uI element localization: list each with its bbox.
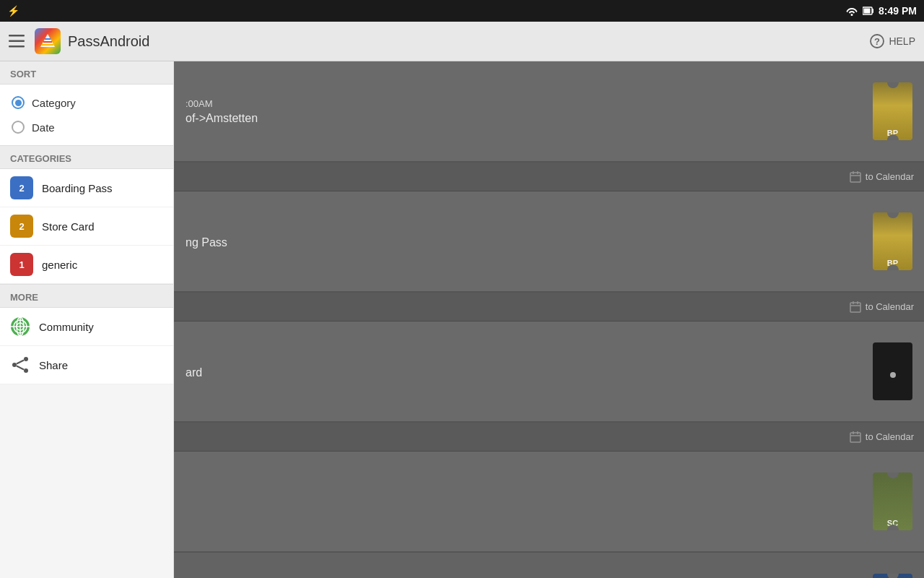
svg-rect-27 bbox=[850, 303, 860, 312]
svg-point-20 bbox=[12, 363, 17, 367]
generic-label: generic bbox=[42, 259, 77, 271]
pass-4-notch-top bbox=[887, 473, 899, 478]
svg-rect-1 bbox=[872, 9, 873, 13]
svg-rect-7 bbox=[45, 38, 51, 40]
radio-category-fill bbox=[15, 100, 22, 106]
pass-4-thumb: SC bbox=[873, 473, 912, 530]
boarding-pass-label: Boarding Pass bbox=[42, 182, 113, 194]
pass-3-dot bbox=[890, 372, 896, 378]
help-label: HELP bbox=[889, 35, 915, 47]
svg-rect-2 bbox=[864, 9, 871, 14]
store-card-badge: 2 bbox=[10, 215, 33, 238]
pass-1-time: :00AM bbox=[186, 98, 866, 109]
top-bar: PassAndroid ? HELP bbox=[0, 22, 924, 61]
menu-icon[interactable] bbox=[9, 35, 25, 48]
to-calendar-3[interactable]: to Calendar bbox=[850, 431, 914, 443]
sort-date-label: Date bbox=[32, 121, 55, 134]
pass-2-route: ng Pass bbox=[186, 236, 866, 249]
pass-1-thumb: BP bbox=[873, 82, 912, 140]
boarding-pass-count: 2 bbox=[19, 183, 24, 194]
more-header: MORE bbox=[0, 285, 173, 308]
category-boarding-pass[interactable]: 2 Boarding Pass bbox=[0, 169, 173, 207]
boarding-pass-badge: 2 bbox=[10, 176, 33, 199]
pass-2-text: ng Pass bbox=[186, 233, 873, 249]
help-icon: ? bbox=[870, 34, 884, 48]
more-section: Community Share bbox=[0, 308, 173, 384]
content-area: ▲ ▼ :00AM of->Amstetten BP bbox=[174, 61, 924, 578]
svg-line-21 bbox=[17, 361, 24, 364]
svg-rect-3 bbox=[9, 35, 25, 37]
to-calendar-2[interactable]: to Calendar bbox=[850, 301, 914, 313]
calendar-icon-3 bbox=[850, 431, 861, 443]
status-right: 8:49 PM bbox=[845, 5, 917, 17]
status-time: 8:49 PM bbox=[879, 5, 917, 17]
status-left: ⚡ bbox=[7, 5, 19, 17]
pass-item-1[interactable]: :00AM of->Amstetten BP bbox=[174, 61, 924, 163]
to-calendar-row-3: to Calendar bbox=[174, 423, 924, 452]
svg-rect-31 bbox=[850, 433, 860, 442]
sort-category[interactable]: Category bbox=[0, 90, 173, 115]
generic-count: 1 bbox=[19, 259, 24, 270]
calendar-icon-2 bbox=[850, 301, 861, 313]
svg-point-18 bbox=[24, 357, 28, 361]
sort-date[interactable]: Date bbox=[0, 115, 173, 139]
svg-rect-9 bbox=[42, 44, 53, 46]
pass-item-5[interactable]: SC bbox=[174, 553, 924, 578]
pass-item-4[interactable]: SC bbox=[174, 452, 924, 553]
sort-header: SORT bbox=[0, 61, 173, 85]
pass-1-text: :00AM of->Amstetten bbox=[186, 98, 873, 125]
pass-3-thumb bbox=[873, 342, 912, 400]
to-calendar-1[interactable]: to Calendar bbox=[850, 171, 914, 183]
pass-1-notch-top bbox=[887, 82, 899, 88]
sidebar: SORT Category Date CATEGORIES 2 Boarding… bbox=[0, 61, 174, 578]
community-icon bbox=[10, 316, 30, 337]
to-calendar-label-1: to Calendar bbox=[866, 171, 914, 182]
main-layout: SORT Category Date CATEGORIES 2 Boarding… bbox=[0, 61, 924, 578]
share-label: Share bbox=[39, 359, 68, 371]
svg-rect-23 bbox=[850, 173, 860, 182]
categories-section: 2 Boarding Pass 2 Store Card 1 generic bbox=[0, 169, 173, 285]
radio-date bbox=[12, 121, 25, 134]
share-icon bbox=[10, 355, 30, 375]
pass-5-thumb: SC bbox=[873, 574, 912, 578]
status-bar: ⚡ 8:49 PM bbox=[0, 0, 924, 22]
store-card-count: 2 bbox=[19, 221, 24, 232]
pass-1-route: of->Amstetten bbox=[186, 112, 866, 125]
svg-rect-8 bbox=[43, 41, 52, 43]
to-calendar-row-1: to Calendar bbox=[174, 163, 924, 191]
category-store-card[interactable]: 2 Store Card bbox=[0, 207, 173, 246]
pass-3-text: ard bbox=[186, 363, 873, 379]
more-community[interactable]: Community bbox=[0, 308, 173, 346]
category-generic[interactable]: 1 generic bbox=[0, 246, 173, 284]
pass-3-route: ard bbox=[186, 366, 866, 379]
categories-header: CATEGORIES bbox=[0, 146, 173, 169]
pass-item-3[interactable]: ard bbox=[174, 322, 924, 423]
sort-category-label: Category bbox=[32, 97, 76, 109]
to-calendar-row-2: to Calendar bbox=[174, 293, 924, 322]
generic-badge: 1 bbox=[10, 253, 33, 276]
usb-icon: ⚡ bbox=[7, 5, 19, 17]
svg-point-19 bbox=[24, 368, 28, 373]
svg-rect-5 bbox=[9, 46, 25, 48]
svg-line-22 bbox=[17, 366, 24, 370]
calendar-icon-1 bbox=[850, 171, 861, 183]
pass-item-2[interactable]: ng Pass BP bbox=[174, 191, 924, 293]
to-calendar-label-3: to Calendar bbox=[866, 431, 914, 442]
radio-category bbox=[12, 96, 25, 109]
svg-rect-4 bbox=[9, 40, 25, 43]
app-icon bbox=[35, 28, 61, 54]
battery-icon bbox=[863, 6, 874, 16]
community-label: Community bbox=[39, 321, 94, 333]
wifi-icon bbox=[845, 6, 858, 16]
sort-section: Category Date bbox=[0, 85, 173, 146]
more-share[interactable]: Share bbox=[0, 346, 173, 384]
to-calendar-label-2: to Calendar bbox=[866, 301, 914, 312]
pass-2-notch-top bbox=[887, 212, 899, 218]
store-card-label: Store Card bbox=[42, 220, 95, 233]
app-title: PassAndroid bbox=[68, 33, 149, 50]
top-bar-left: PassAndroid bbox=[9, 28, 149, 54]
pass-5-notch-top bbox=[887, 574, 899, 578]
help-button[interactable]: ? HELP bbox=[870, 34, 915, 48]
pass-2-thumb: BP bbox=[873, 212, 912, 270]
svg-text:?: ? bbox=[874, 36, 880, 47]
